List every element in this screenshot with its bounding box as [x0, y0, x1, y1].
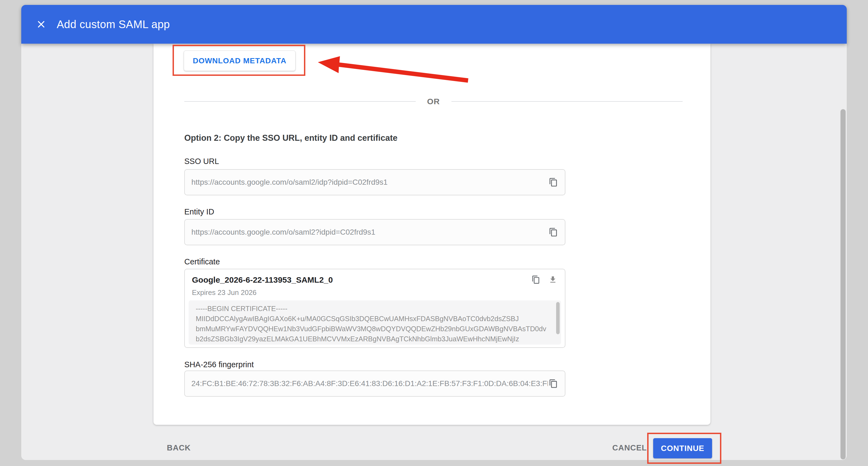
entity-id-copy-button[interactable] — [548, 227, 559, 238]
cancel-button[interactable]: CANCEL — [612, 441, 647, 455]
certificate-scrollbar-thumb[interactable] — [556, 302, 560, 334]
copy-icon — [549, 228, 558, 237]
dialog-title: Add custom SAML app — [57, 18, 170, 31]
certificate-copy-button[interactable] — [530, 274, 541, 285]
copy-icon — [549, 178, 558, 187]
back-button[interactable]: BACK — [167, 441, 191, 455]
certificate-label: Certificate — [184, 257, 220, 266]
divider-line-left — [184, 101, 416, 102]
or-divider-label: OR — [427, 97, 440, 106]
divider-line-right — [452, 101, 683, 102]
dialog-titlebar: Add custom SAML app — [21, 5, 847, 43]
pem-line: MIIDdDCCAlygAwIBAgIGAXo6K+u/MA0GCSqGSIb3… — [196, 314, 554, 324]
certificate-name: Google_2026-6-22-113953_SAML2_0 — [192, 275, 333, 285]
certificate-download-button[interactable] — [548, 274, 558, 285]
certificate-expiry: Expires 23 Jun 2026 — [192, 288, 256, 297]
pem-line: b2dsZSBGb3IgV29yazELMAkGA1UEBhMCVVMxEzAR… — [196, 334, 554, 344]
entity-id-label: Entity ID — [184, 207, 214, 216]
sha256-label: SHA-256 fingerprint — [184, 360, 254, 369]
copy-icon — [549, 379, 558, 388]
saml-dialog-sheet: Add custom SAML app DOWNLOAD METADATA OR… — [21, 5, 847, 460]
download-metadata-button[interactable]: DOWNLOAD METADATA — [184, 51, 296, 71]
option2-heading: Option 2: Copy the SSO URL, entity ID an… — [184, 133, 398, 143]
pem-line: -----BEGIN CERTIFICATE----- — [196, 304, 554, 314]
entity-id-field: https://accounts.google.com/o/saml2?idpi… — [184, 219, 565, 245]
close-button[interactable] — [35, 19, 47, 30]
pem-line: bmMuMRYwFAYDVQQHEw1Nb3VudGFpbiBWaWV3MQ8w… — [196, 324, 554, 334]
sha256-field: 24:FC:B1:BE:46:72:78:3B:32:F6:AB:A4:8F:3… — [184, 371, 565, 397]
certificate-pem-viewer[interactable]: -----BEGIN CERTIFICATE----- MIIDdDCCAlyg… — [189, 300, 561, 345]
sha256-copy-button[interactable] — [548, 378, 559, 389]
content-card: DOWNLOAD METADATA OR Option 2: Copy the … — [153, 43, 710, 425]
page-scrollbar-thumb[interactable] — [840, 109, 846, 460]
sso-url-field: https://accounts.google.com/o/saml2/idp?… — [184, 169, 565, 195]
sso-url-label: SSO URL — [184, 157, 219, 166]
entity-id-value: https://accounts.google.com/o/saml2?idpi… — [191, 228, 548, 237]
sso-url-value: https://accounts.google.com/o/saml2/idp?… — [191, 178, 548, 186]
continue-button[interactable]: CONTINUE — [653, 438, 712, 458]
copy-icon — [532, 275, 540, 284]
sha256-value: 24:FC:B1:BE:46:72:78:3B:32:F6:AB:A4:8F:3… — [191, 379, 548, 388]
download-icon — [549, 275, 557, 284]
close-icon — [37, 20, 45, 29]
or-divider: OR — [184, 96, 683, 107]
certificate-card: Google_2026-6-22-113953_SAML2_0 Expires … — [184, 269, 565, 348]
sso-url-copy-button[interactable] — [548, 177, 559, 188]
